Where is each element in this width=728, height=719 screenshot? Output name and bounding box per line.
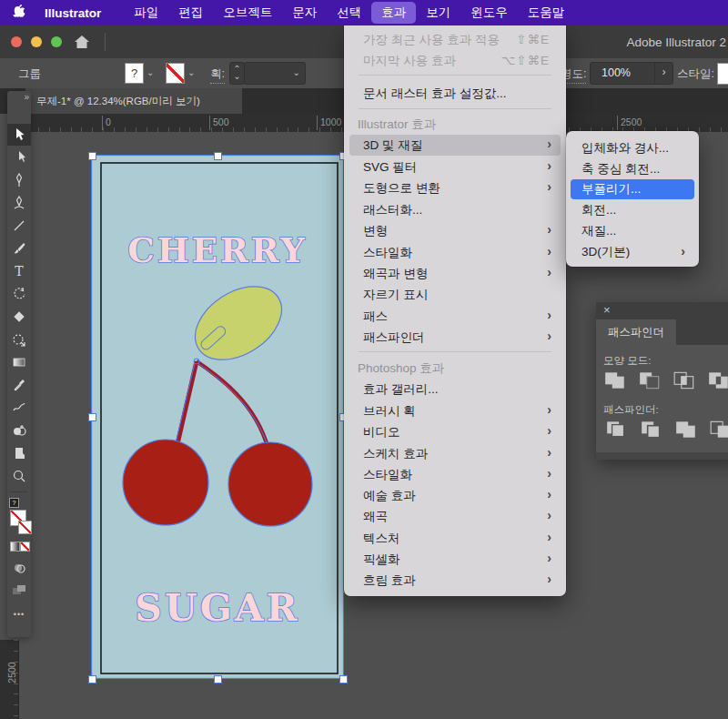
- menu-effect[interactable]: 효과: [371, 2, 416, 24]
- menu-item-distort[interactable]: 왜곡 ›: [349, 506, 561, 527]
- toolbar-collapse-icon[interactable]: »: [24, 92, 28, 102]
- pen-tool[interactable]: [7, 169, 31, 191]
- merge-button[interactable]: [674, 420, 698, 440]
- stroke-color-swatch[interactable]: [166, 63, 185, 84]
- zoom-window-button[interactable]: [51, 36, 62, 47]
- color-button[interactable]: [10, 542, 20, 552]
- menu-item-transform[interactable]: 변형 ›: [349, 220, 561, 241]
- menu-type[interactable]: 문자: [282, 2, 327, 24]
- style-swatch[interactable]: [717, 63, 728, 85]
- intersect-button[interactable]: [672, 370, 696, 390]
- menu-item-texture[interactable]: 텍스처 ›: [349, 528, 561, 549]
- selection-handle[interactable]: [339, 675, 348, 684]
- exclude-button[interactable]: [707, 370, 728, 390]
- selection-tool[interactable]: [7, 124, 31, 146]
- menu-item-convert-to-shape[interactable]: 도형으로 변환 ›: [349, 177, 561, 198]
- submenu-item-revolve[interactable]: 축 중심 회전...: [571, 159, 694, 179]
- artwork-title-text[interactable]: CHERRY: [127, 230, 307, 270]
- cherry-artwork[interactable]: CHERRY SUGAR: [91, 155, 344, 679]
- submenu-item-materials[interactable]: 재질...: [571, 221, 694, 241]
- submenu-item-inflate[interactable]: 부풀리기...: [571, 179, 694, 199]
- type-tool[interactable]: T: [7, 260, 31, 282]
- selection-handle[interactable]: [88, 413, 96, 421]
- zoom-tool[interactable]: [7, 465, 31, 487]
- draw-normal-button[interactable]: [7, 579, 31, 601]
- draw-mode-button[interactable]: [7, 557, 31, 579]
- eyedropper-tool[interactable]: [7, 374, 31, 396]
- apple-icon[interactable]: [13, 5, 27, 21]
- none-button[interactable]: [20, 542, 30, 552]
- line-segment-tool[interactable]: [7, 215, 31, 237]
- menu-item-video[interactable]: 비디오 ›: [349, 421, 561, 442]
- home-icon[interactable]: [73, 34, 91, 50]
- menu-item-path[interactable]: 패스 ›: [349, 306, 561, 327]
- stepper-down-icon[interactable]: ⌄: [230, 73, 244, 83]
- menu-item-pathfinder[interactable]: 패스파인더 ›: [349, 327, 561, 348]
- toolbar-stroke-swatch[interactable]: [18, 521, 32, 534]
- opacity-value-field[interactable]: 100%: [590, 62, 664, 85]
- close-panel-icon[interactable]: ×: [603, 303, 611, 317]
- stroke-weight-chevron-icon[interactable]: ⌄: [293, 67, 300, 77]
- rotate-tool[interactable]: [7, 283, 31, 305]
- paintbrush-tool[interactable]: [7, 238, 31, 259]
- menu-item-3d-and-materials[interactable]: 3D 및 재질 ›: [349, 135, 561, 156]
- stroke-weight-field[interactable]: ⌄: [244, 62, 306, 85]
- opacity-expand-button[interactable]: ›: [654, 62, 673, 85]
- menu-item-blur[interactable]: 흐림 효과 ›: [349, 570, 561, 591]
- fill-dropdown-chevron-icon[interactable]: ⌄: [147, 67, 154, 77]
- stroke-weight-label[interactable]: 획:: [210, 66, 225, 84]
- menu-select[interactable]: 선택: [327, 2, 371, 24]
- artboard-tool[interactable]: [7, 442, 31, 464]
- document-tab[interactable]: 무제-1* @ 12.34%(RGB/미리 보기): [25, 88, 242, 114]
- menu-item-distort-and-transform[interactable]: 왜곡과 변형 ›: [349, 263, 561, 284]
- submenu-item-extrude-and-bevel[interactable]: 입체화와 경사...: [571, 138, 694, 158]
- gradient-tool[interactable]: [7, 351, 31, 373]
- minus-front-button[interactable]: [638, 370, 662, 390]
- curvature-tool[interactable]: [7, 192, 31, 214]
- selection-handle[interactable]: [214, 152, 222, 160]
- submenu-item-rotate[interactable]: 회전...: [571, 200, 694, 220]
- menu-item-brush-strokes[interactable]: 브러시 획 ›: [349, 400, 561, 421]
- direct-selection-tool[interactable]: [7, 147, 31, 168]
- menu-view[interactable]: 보기: [416, 2, 460, 24]
- tab-pathfinder[interactable]: 패스파인더: [596, 319, 676, 345]
- menu-app-name[interactable]: Illustrator: [35, 4, 111, 23]
- minimize-window-button[interactable]: [31, 36, 42, 47]
- selection-handle[interactable]: [214, 675, 222, 684]
- stroke-weight-stepper[interactable]: ⌃ ⌄: [229, 62, 245, 85]
- stroke-dropdown-chevron-icon[interactable]: ⌄: [187, 67, 195, 77]
- menu-item-sketch[interactable]: 스케치 효과 ›: [349, 443, 561, 464]
- unite-button[interactable]: [603, 370, 627, 390]
- divide-button[interactable]: [605, 420, 629, 440]
- crop-button[interactable]: [709, 420, 728, 440]
- trim-button[interactable]: [640, 420, 663, 440]
- menu-help[interactable]: 도움말: [518, 2, 575, 24]
- width-tool[interactable]: [7, 397, 31, 419]
- menu-item-rasterize[interactable]: 래스터화...: [349, 199, 561, 220]
- artwork-subtitle-text[interactable]: SUGAR: [135, 586, 299, 630]
- left-cherry[interactable]: [123, 440, 208, 525]
- menu-item-stylize-ps[interactable]: 스타일화 ›: [349, 464, 561, 485]
- submenu-item-3d-classic[interactable]: 3D(기본) ›: [571, 242, 694, 262]
- menu-file[interactable]: 파일: [124, 2, 168, 24]
- more-tools-icon[interactable]: •••: [7, 610, 31, 619]
- toolbar-divider: [11, 491, 27, 492]
- menu-object[interactable]: 오브젝트: [213, 2, 282, 24]
- menu-item-svg-filter[interactable]: SVG 필터 ›: [349, 157, 561, 177]
- menu-edit[interactable]: 편집: [168, 2, 213, 24]
- eraser-tool[interactable]: [7, 306, 31, 328]
- menu-item-effect-gallery[interactable]: 효과 갤러리...: [349, 379, 561, 400]
- selection-handle[interactable]: [88, 675, 96, 684]
- menu-item-stylize[interactable]: 스타일화 ›: [349, 242, 561, 263]
- selection-handle[interactable]: [88, 152, 96, 160]
- shape-builder-tool[interactable]: [7, 420, 31, 441]
- menu-window[interactable]: 윈도우: [460, 2, 518, 24]
- menu-item-document-raster-settings[interactable]: 문서 래스터 효과 설정값...: [349, 83, 561, 104]
- menu-item-crop-marks[interactable]: 자르기 표시: [349, 284, 561, 305]
- menu-item-artistic[interactable]: 예술 효과 ›: [349, 485, 561, 506]
- fill-color-swatch[interactable]: ?: [125, 63, 144, 84]
- scale-tool[interactable]: [7, 329, 31, 350]
- menu-item-pixelate[interactable]: 픽셀화 ›: [349, 549, 561, 570]
- close-window-button[interactable]: [11, 36, 22, 47]
- right-cherry[interactable]: [228, 442, 312, 526]
